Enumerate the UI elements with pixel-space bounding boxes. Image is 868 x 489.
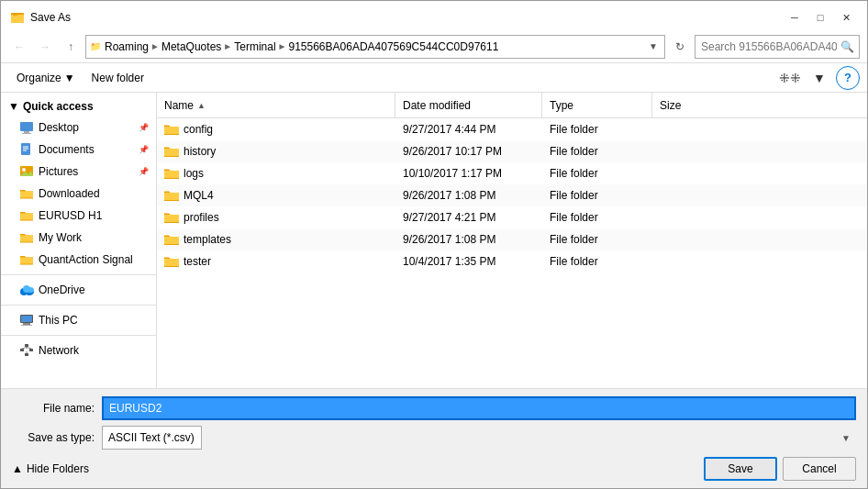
toolbar: Organize ▼ New folder ⁜⁜ ▼ ? [1, 63, 867, 93]
savetype-select[interactable]: ASCII Text (*.csv) [102, 426, 202, 450]
forward-button[interactable]: → [34, 36, 56, 58]
pin-icon: 📌 [139, 123, 149, 132]
svg-rect-5 [22, 133, 31, 134]
organize-button[interactable]: Organize ▼ [8, 66, 83, 90]
file-cell-date: 9/26/2017 1:08 PM [395, 189, 542, 202]
column-date[interactable]: Date modified [395, 93, 542, 117]
close-button[interactable]: ✕ [834, 7, 858, 28]
file-cell-name: profiles [157, 210, 395, 225]
svg-line-27 [27, 348, 31, 350]
file-cell-type: File folder [542, 123, 652, 136]
up-button[interactable]: ↑ [60, 36, 82, 58]
toolbar-right: ⁜⁜ ▼ ? [777, 66, 860, 90]
file-cell-date: 9/27/2017 4:21 PM [395, 211, 542, 224]
sidebar-item-onedrive[interactable]: OneDrive [1, 279, 156, 301]
window-controls: ─ □ ✕ [783, 7, 858, 28]
select-arrow-icon: ▼ [841, 433, 851, 443]
svg-rect-21 [25, 344, 28, 347]
help-button[interactable]: ? [836, 66, 860, 90]
file-list-header: Name ▲ Date modified Type Size [157, 93, 867, 118]
back-button[interactable]: ← [8, 36, 30, 58]
svg-rect-24 [25, 353, 28, 356]
file-cell-name: logs [157, 166, 395, 181]
sidebar-item-label: Downloaded [39, 187, 100, 200]
svg-rect-4 [24, 131, 29, 133]
file-cell-date: 9/27/2017 4:44 PM [395, 123, 542, 136]
table-row[interactable]: templates 9/26/2017 1:08 PM File folder [157, 228, 867, 250]
svg-rect-2 [13, 13, 17, 16]
table-row[interactable]: config 9/27/2017 4:44 PM File folder [157, 118, 867, 140]
sidebar-item-documents[interactable]: Documents 📌 [1, 139, 156, 161]
refresh-button[interactable]: ↻ [669, 36, 691, 58]
sidebar-item-pictures[interactable]: Pictures 📌 [1, 161, 156, 183]
eurusd-folder-icon [19, 208, 34, 223]
svg-line-26 [22, 348, 27, 350]
sidebar-item-mywork[interactable]: My Work [1, 227, 156, 249]
breadcrumb-item[interactable]: 915566BA06ADA407569C544CC0D97611 [288, 40, 498, 53]
sidebar-item-quantaction[interactable]: QuantAction Signal [1, 249, 156, 271]
hide-folders-chevron: ▲ [12, 462, 23, 475]
breadcrumb-sep: ► [278, 41, 287, 51]
search-wrapper: 🔍 [695, 35, 860, 59]
svg-rect-22 [20, 349, 24, 351]
mywork-folder-icon [19, 230, 34, 245]
cancel-button[interactable]: Cancel [783, 457, 856, 481]
sidebar-item-network[interactable]: Network [1, 339, 156, 361]
file-rows-container: config 9/27/2017 4:44 PM File folder his… [157, 118, 867, 272]
breadcrumb-item[interactable]: MetaQuotes [161, 40, 221, 53]
column-size[interactable]: Size [652, 93, 867, 117]
pin-icon: 📌 [139, 167, 149, 176]
pin-icon: 📌 [139, 145, 149, 154]
address-dropdown-button[interactable]: ▼ [646, 39, 661, 54]
address-icon: 📁 [90, 41, 101, 51]
dialog-icon [10, 10, 25, 25]
new-folder-button[interactable]: New folder [83, 66, 152, 90]
sidebar-item-eurusd[interactable]: EURUSD H1 [1, 205, 156, 227]
column-type[interactable]: Type [542, 93, 652, 117]
view-button[interactable]: ⁜⁜ [777, 67, 803, 89]
file-cell-type: File folder [542, 255, 652, 268]
file-cell-date: 10/4/2017 1:35 PM [395, 255, 542, 268]
folder-icon [164, 166, 179, 181]
svg-rect-3 [20, 122, 33, 131]
minimize-button[interactable]: ─ [783, 7, 807, 28]
window-title: Save As [30, 11, 783, 24]
table-row[interactable]: logs 10/10/2017 1:17 PM File folder [157, 162, 867, 184]
hide-folders-button[interactable]: ▲ Hide Folders [12, 462, 89, 475]
table-row[interactable]: history 9/26/2017 10:17 PM File folder [157, 140, 867, 162]
content-area: ▼ Quick access Desktop 📌 Documents 📌 [1, 93, 867, 388]
file-cell-type: File folder [542, 145, 652, 158]
table-row[interactable]: MQL4 9/26/2017 1:08 PM File folder [157, 184, 867, 206]
quick-access-header[interactable]: ▼ Quick access [1, 96, 156, 117]
breadcrumb-item[interactable]: Roaming [105, 40, 149, 53]
file-cell-name: tester [157, 254, 395, 269]
file-cell-type: File folder [542, 189, 652, 202]
breadcrumb-sep: ► [223, 41, 232, 51]
column-name[interactable]: Name ▲ [157, 93, 395, 117]
search-input[interactable] [695, 35, 860, 59]
file-cell-name: config [157, 122, 395, 137]
sidebar-divider [1, 305, 156, 306]
sidebar-item-thispc[interactable]: This PC [1, 309, 156, 331]
maximize-button[interactable]: □ [808, 7, 832, 28]
table-row[interactable]: profiles 9/27/2017 4:21 PM File folder [157, 206, 867, 228]
sidebar-item-desktop[interactable]: Desktop 📌 [1, 117, 156, 139]
filename-input[interactable] [102, 396, 856, 420]
quantaction-folder-icon [19, 252, 34, 267]
folder-icon [164, 254, 179, 269]
titlebar: Save As ─ □ ✕ [1, 1, 867, 30]
svg-rect-20 [21, 325, 32, 326]
breadcrumb: Roaming ► MetaQuotes ► Terminal ► 915566… [105, 40, 642, 53]
quick-access-label: Quick access [23, 100, 94, 113]
breadcrumb-sep: ► [150, 41, 160, 51]
sidebar-item-downloaded[interactable]: Downloaded [1, 183, 156, 205]
sidebar-item-label: OneDrive [39, 283, 85, 296]
savetype-row: Save as type: ASCII Text (*.csv) ▼ [12, 426, 856, 450]
svg-rect-1 [11, 15, 24, 23]
view-dropdown-button[interactable]: ▼ [807, 67, 832, 89]
save-button[interactable]: Save [704, 457, 777, 481]
table-row[interactable]: tester 10/4/2017 1:35 PM File folder [157, 250, 867, 272]
sidebar-divider [1, 274, 156, 275]
sidebar-item-label: Desktop [39, 121, 79, 134]
breadcrumb-item[interactable]: Terminal [234, 40, 275, 53]
